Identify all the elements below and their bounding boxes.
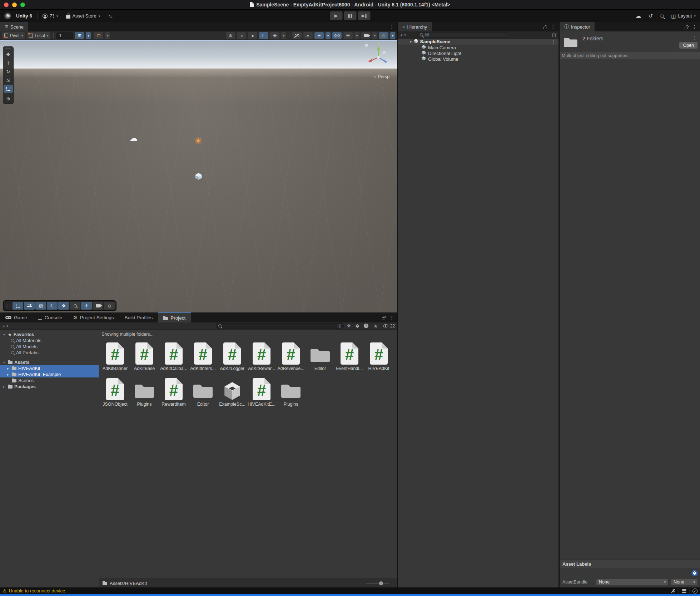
step-button[interactable]: ▶ [358, 11, 370, 20]
layers-dropdown[interactable]: ▾ [354, 32, 359, 39]
camera-settings-button[interactable] [361, 32, 371, 39]
asset-folder-item[interactable]: Scenes [0, 377, 99, 384]
grid-size-field[interactable]: 1 [56, 32, 73, 39]
grid-toggle-button[interactable]: ⊞ [35, 302, 46, 310]
asset-item[interactable]: Editor [189, 376, 217, 407]
tab-inspector[interactable]: ⓘ Inspector [560, 22, 595, 31]
tab-project[interactable]: Project [158, 312, 191, 322]
asset-item[interactable]: # RewardItem [159, 376, 188, 407]
status-bar[interactable]: ⚠ Unable to reconnect device. ❋ ✓ [0, 587, 700, 594]
asset-labels-header[interactable]: Asset Labels [560, 560, 700, 568]
transform-tool-button[interactable]: ⊕ [4, 95, 13, 103]
rect-overlay-button[interactable] [13, 302, 23, 310]
version-control-button[interactable]: ⌥ [107, 13, 113, 19]
rotate-tool-button[interactable]: ↻ [4, 67, 13, 76]
tab-game[interactable]: Game [0, 312, 33, 322]
tab-project-settings[interactable]: ⚙Project Settings [68, 312, 119, 322]
drag-handle[interactable]: ❘❘ [5, 304, 11, 308]
assetbundle-variant-dropdown[interactable]: None ▾ [671, 579, 698, 585]
asset-item[interactable]: Editor [306, 340, 334, 371]
camera-settings-dropdown[interactable]: ▾ [372, 32, 377, 39]
scene-root-row[interactable]: ▾ SampleScene ⋮ [398, 39, 558, 45]
asset-item[interactable]: # AdKitLogger [218, 340, 247, 371]
grid-visibility-dropdown[interactable]: ▾ [105, 32, 110, 39]
add-label-button[interactable] [691, 570, 698, 576]
grid-visibility-button[interactable]: ⊞ [94, 32, 103, 39]
asset-item[interactable]: # AdKitRewar... [247, 340, 276, 371]
shading-mode-button[interactable]: ◑ [237, 32, 246, 39]
tab-console[interactable]: Console [33, 312, 68, 322]
search-by-importlog-button[interactable]: #! [364, 324, 368, 328]
move-tool-button[interactable]: ✛ [4, 59, 13, 67]
panel-menu-icon[interactable]: ⋮ [389, 315, 394, 320]
layout-dropdown[interactable]: ◫ Layout ▾ [671, 13, 696, 19]
create-object-button[interactable]: +▾ [400, 32, 406, 38]
asset-item[interactable]: # AdKitBanner [101, 340, 129, 371]
asset-item[interactable]: # AdKitCallba... [159, 340, 188, 371]
asset-item[interactable]: # EventHandl... [335, 340, 364, 371]
scene-lighting-button[interactable]: ☀ [314, 32, 324, 39]
project-search-input[interactable]: ◫ [216, 323, 344, 329]
favorites-item[interactable]: All Materials [0, 337, 99, 344]
tab-hierarchy[interactable]: ≡ Hierarchy [398, 22, 432, 31]
camera-gizmo[interactable]: ☁ [130, 134, 138, 143]
hierarchy-item[interactable]: Main Camera [398, 45, 558, 50]
hierarchy-search-input[interactable]: All [417, 32, 509, 37]
asset-item[interactable]: Plugins [130, 376, 159, 407]
assetbundle-dropdown[interactable]: None ▾ [596, 579, 669, 585]
undo-history-button[interactable]: ↺ [649, 13, 653, 19]
open-button[interactable]: Open [679, 42, 697, 49]
search-by-label-button[interactable] [355, 324, 359, 328]
assets-header[interactable]: ▾ Assets [0, 359, 99, 365]
zoom-window-button[interactable] [20, 2, 25, 7]
lock-icon[interactable] [543, 27, 546, 29]
tab-scene[interactable]: ⊞ Scene [0, 22, 28, 31]
asset-item[interactable]: ExampleSc... [218, 376, 247, 407]
directional-light-gizmo[interactable]: ☀ [194, 136, 202, 147]
lock-icon[interactable] [382, 317, 385, 320]
play-button[interactable]: ▶ [330, 11, 342, 20]
drag-handle[interactable] [5, 48, 11, 49]
gizmo-overlay-button[interactable]: ❖ [58, 302, 69, 310]
debug-draw-button[interactable]: ❋ [270, 32, 279, 39]
asset-folder-item[interactable]: ▸ HIVEAdKit_Example [0, 371, 99, 377]
asset-item[interactable]: # JSONObject [101, 376, 129, 407]
navigation-overlay-button[interactable]: ⊙ [104, 302, 115, 310]
cache-server-button[interactable] [679, 587, 689, 594]
shaded-button[interactable]: ● [248, 32, 257, 39]
account-menu[interactable]: 김 ▾ [43, 13, 58, 19]
grid-snapping-button[interactable]: ⊞ [75, 32, 84, 39]
thumbnail-size-slider[interactable] [366, 583, 389, 584]
panel-menu-icon[interactable]: ⋮ [389, 24, 394, 30]
scale-tool-button[interactable]: ⇲ [4, 76, 13, 84]
layers-button[interactable]: ☰ [343, 32, 353, 39]
pivot-dropdown[interactable]: Pivot ▾ [2, 32, 25, 39]
open-search-window-icon[interactable]: ◫ [552, 32, 556, 37]
scene-visibility-button[interactable] [332, 32, 342, 39]
move-overlay-button[interactable]: ✛ [81, 302, 92, 310]
panel-menu-icon[interactable]: ⋮ [551, 24, 555, 30]
header-menu-icon[interactable]: ⋮ [692, 35, 697, 40]
open-search-window-icon[interactable]: ◫ [337, 324, 341, 329]
minimize-window-button[interactable] [12, 2, 17, 7]
create-asset-button[interactable]: +▾ [3, 323, 8, 329]
panel-menu-icon[interactable]: ⋮ [692, 24, 697, 30]
grid-snapping-dropdown[interactable]: ▾ [86, 32, 91, 39]
asset-item[interactable]: # AdRevenue... [277, 340, 305, 371]
rect-tool-button[interactable] [4, 85, 13, 93]
2d-view-button[interactable]: 2D [292, 32, 302, 39]
hierarchy-item[interactable]: Global Volume [398, 56, 558, 62]
lighting-overlay-button[interactable]: ☾ [47, 302, 58, 310]
breadcrumb[interactable]: Assets/HIVEAdKit [99, 579, 397, 587]
asset-item[interactable]: # HIVEAdKitE... [247, 376, 276, 407]
favorites-header[interactable]: ▾ ★ Favorites [0, 331, 99, 337]
debug-draw-dropdown[interactable]: ▾ [281, 32, 286, 39]
activity-status-button[interactable]: ✓ [689, 587, 700, 594]
orientation-gizmo[interactable]: y [363, 42, 394, 74]
traffic-lights[interactable] [4, 2, 25, 7]
global-volume-gizmo[interactable] [194, 172, 203, 182]
favorites-item[interactable]: All Prefabs [0, 350, 99, 356]
asset-store-menu[interactable]: Asset Store ▾ [66, 13, 100, 19]
tab-build-profiles[interactable]: Build Profiles [119, 312, 158, 322]
asset-item[interactable]: # AdKitInters... [189, 340, 217, 371]
